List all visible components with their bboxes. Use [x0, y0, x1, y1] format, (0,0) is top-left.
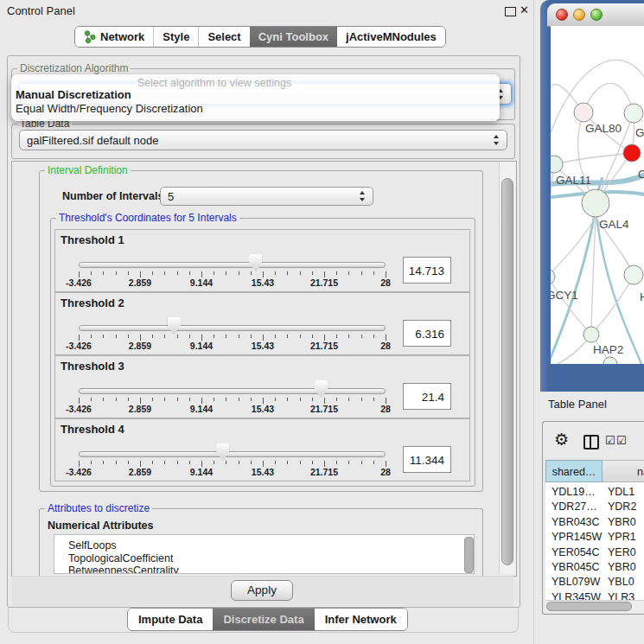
minor-tick	[373, 335, 374, 338]
minor-tick	[128, 335, 129, 338]
network-node[interactable]	[603, 357, 617, 364]
float-window-icon[interactable]	[505, 7, 516, 16]
node-table-rows[interactable]: YDL19…YDL1YDR27…YDR2YBR043CYBR0YPR145WYP…	[545, 482, 644, 610]
minor-tick	[239, 271, 239, 275]
attributes-scrollbar-thumb[interactable]	[464, 537, 474, 573]
network-node[interactable]	[551, 269, 555, 284]
threshold-value-field[interactable]: 14.713	[403, 257, 451, 284]
vertical-scrollbar-thumb[interactable]	[501, 178, 513, 565]
horizontal-scrollbar-thumb[interactable]	[546, 602, 632, 611]
minor-tick	[226, 271, 226, 275]
attribute-list-item[interactable]: SelfLoops	[54, 539, 474, 552]
minor-tick	[152, 398, 153, 401]
tab-impute-data[interactable]: Impute Data	[128, 609, 213, 630]
minor-tick	[214, 461, 214, 464]
split-table-icon[interactable]	[583, 435, 599, 450]
dropdown-option-equal-width-frequency[interactable]: Equal Width/Frequency Discretization	[16, 102, 203, 115]
tick-label: 21.715	[300, 277, 348, 288]
tab-infer-network[interactable]: Infer Network	[315, 609, 407, 630]
minor-tick	[348, 398, 349, 401]
slider-thumb[interactable]	[249, 254, 262, 271]
tab-label: Cyni Toolbox	[258, 27, 328, 47]
minor-tick	[287, 335, 288, 338]
tick-label: -3.426	[54, 467, 103, 477]
slider-thumb[interactable]	[216, 443, 229, 461]
network-canvas[interactable]: GAL80G.CGAL11GAL4GCY1HHAP2	[551, 26, 644, 364]
threshold-value-field[interactable]: 11.344	[403, 446, 451, 473]
slider-track[interactable]	[79, 325, 386, 331]
tab-network[interactable]: Network	[75, 27, 153, 47]
major-tick	[263, 271, 264, 277]
minor-tick	[251, 398, 252, 401]
tab-select[interactable]: Select	[198, 27, 249, 47]
minor-tick	[336, 398, 337, 401]
minor-tick	[116, 271, 117, 275]
combo-arrows-icon	[360, 191, 366, 201]
thresholds-group-title: Threshold's Coordinates for 5 Intervals	[56, 212, 239, 224]
major-tick	[324, 398, 325, 404]
minor-tick	[214, 271, 214, 275]
minor-tick	[300, 398, 301, 401]
numerical-attributes-list[interactable]: SelfLoopsTopologicalCoefficientBetweenne…	[54, 534, 475, 574]
minor-tick	[226, 461, 226, 464]
cell-shared-name: YBR045C	[552, 561, 600, 573]
cell-shared-name: YER054C	[552, 546, 600, 558]
minor-tick	[361, 461, 362, 464]
major-tick	[386, 398, 386, 404]
network-node[interactable]	[624, 104, 643, 123]
gear-icon[interactable]: ⚙	[554, 431, 569, 448]
network-node[interactable]	[582, 189, 609, 217]
minor-tick	[164, 398, 165, 401]
table-data-combobox[interactable]: galFiltered.sif default node	[19, 130, 507, 150]
minor-tick	[361, 335, 362, 338]
minor-tick	[152, 461, 153, 464]
tick-label: 15.43	[239, 341, 287, 351]
algorithm-placeholder-text: Select algorithm to view settings	[11, 77, 418, 89]
slider-track[interactable]	[79, 262, 386, 268]
network-node[interactable]	[624, 265, 643, 284]
num-intervals-combobox[interactable]: 5	[160, 187, 373, 206]
minor-tick	[116, 461, 117, 464]
tab-discretize-data[interactable]: Discretize Data	[213, 609, 314, 630]
tick-label: 2.859	[116, 277, 164, 288]
minor-tick	[287, 271, 288, 275]
checkbox-icon[interactable]: ☑	[616, 435, 627, 446]
node-label: C	[638, 168, 644, 181]
major-tick	[386, 271, 386, 277]
network-node[interactable]	[583, 327, 599, 342]
minor-tick	[287, 398, 288, 401]
tick-label: 15.43	[239, 404, 287, 414]
apply-button[interactable]: Apply	[231, 580, 293, 601]
network-tree-icon	[84, 30, 96, 43]
network-node[interactable]	[623, 144, 641, 162]
network-node[interactable]	[574, 103, 593, 122]
close-traffic-light-icon[interactable]	[556, 9, 568, 21]
threshold-label: Threshold 4	[61, 423, 124, 436]
zoom-traffic-light-icon[interactable]	[590, 9, 603, 21]
tab-cyni-toolbox[interactable]: Cyni Toolbox	[250, 27, 337, 47]
minor-tick	[91, 335, 92, 338]
network-edge	[554, 153, 632, 164]
slider-track[interactable]	[79, 451, 386, 457]
slider-thumb[interactable]	[315, 380, 328, 398]
attribute-list-item[interactable]: BetweennessCentrality	[54, 564, 474, 574]
column-header-name[interactable]: na	[603, 460, 644, 482]
close-icon[interactable]: ✕	[520, 3, 529, 16]
attribute-list-item[interactable]: TopologicalCoefficient	[54, 552, 474, 565]
threshold-value-field[interactable]: 6.316	[403, 320, 451, 347]
tab-jactivemnodules[interactable]: jActiveMNodules	[337, 27, 445, 47]
minor-tick	[300, 461, 301, 464]
slider-thumb[interactable]	[168, 317, 181, 335]
tick-label: 2.859	[116, 467, 164, 477]
minor-tick	[287, 461, 288, 464]
dropdown-option-manual-discretization[interactable]: Manual Discretization	[16, 88, 131, 101]
panel-divider	[533, 0, 534, 644]
tab-style[interactable]: Style	[153, 27, 198, 47]
slider-track[interactable]	[79, 388, 386, 394]
threshold-value-field[interactable]: 21.4	[403, 383, 451, 410]
minor-tick	[189, 271, 190, 275]
column-header-shared-name[interactable]: shared…	[545, 460, 603, 482]
checkbox-icon[interactable]: ☑	[605, 435, 615, 446]
minor-tick	[312, 398, 313, 401]
minimize-traffic-light-icon[interactable]	[573, 9, 585, 21]
